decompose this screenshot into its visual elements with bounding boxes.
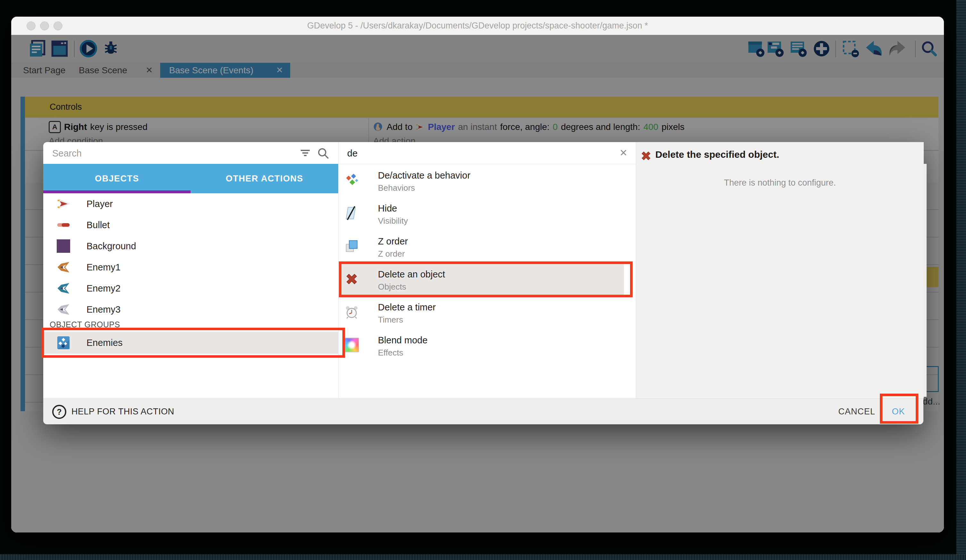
- object-name: Enemy1: [87, 262, 120, 273]
- object-name: Bullet: [87, 220, 110, 231]
- enemy2-ship-icon: [56, 281, 71, 296]
- annotation-box-enemies: [41, 327, 345, 358]
- action-chooser-dialog: OBJECTS OTHER ACTIONS Player Bullet Back…: [43, 142, 923, 424]
- player-ship-icon: [56, 196, 71, 211]
- object-name: Enemy3: [87, 304, 120, 315]
- active-tab-underline: [43, 190, 191, 193]
- desktop-wallpaper-edge: [956, 0, 966, 560]
- annotation-box-ok: [880, 394, 918, 424]
- dialog-footer: ? HELP FOR THIS ACTION CANCEL OK: [43, 398, 923, 424]
- z-order-icon: [344, 239, 359, 254]
- help-icon: ?: [52, 405, 66, 419]
- tab-objects[interactable]: OBJECTS: [43, 164, 191, 193]
- search-input[interactable]: [52, 145, 277, 161]
- action-category: Timers: [378, 315, 403, 325]
- object-row-enemy3[interactable]: Enemy3: [43, 299, 338, 320]
- action-detail-panel: Delete the specified object. There is no…: [636, 142, 924, 398]
- action-category: Visibility: [378, 216, 408, 226]
- object-name: Background: [87, 241, 136, 252]
- cancel-button[interactable]: CANCEL: [833, 399, 881, 424]
- search-icon[interactable]: [317, 147, 330, 160]
- action-row-z-order[interactable]: Z order Z order: [338, 230, 624, 263]
- titlebar: GDevelop 5 - /Users/dkarakay/Documents/G…: [11, 16, 944, 35]
- action-row-hide[interactable]: Hide Visibility: [338, 197, 624, 230]
- object-row-player[interactable]: Player: [43, 193, 338, 215]
- action-title: Hide: [378, 203, 397, 214]
- action-title: Blend mode: [378, 335, 427, 345]
- tab-other-actions[interactable]: OTHER ACTIONS: [191, 164, 338, 193]
- window-title: GDevelop 5 - /Users/dkarakay/Documents/G…: [11, 16, 944, 35]
- action-title: Delete a timer: [378, 302, 436, 313]
- object-row-background[interactable]: Background: [43, 236, 338, 257]
- action-title: De/activate a behavior: [378, 170, 470, 181]
- object-name: Enemy2: [87, 283, 120, 294]
- filter-icon[interactable]: [299, 147, 311, 159]
- action-row-deactivate-behavior[interactable]: De/activate a behavior Behaviors: [338, 164, 624, 197]
- delete-cross-icon: [640, 150, 652, 162]
- action-search-input[interactable]: [347, 145, 572, 161]
- dialog-tabbar: OBJECTS OTHER ACTIONS: [43, 164, 338, 193]
- action-category: Effects: [378, 348, 403, 358]
- bullet-icon: [56, 218, 71, 233]
- object-row-enemy2[interactable]: Enemy2: [43, 278, 338, 299]
- annotation-box-delete-object: [339, 262, 632, 297]
- desktop-wallpaper-edge: [0, 554, 966, 560]
- help-button[interactable]: HELP FOR THIS ACTION: [71, 399, 174, 424]
- visibility-icon: [344, 206, 359, 221]
- action-title: Z order: [378, 236, 408, 247]
- enemy1-ship-icon: [56, 260, 71, 275]
- blend-mode-icon: [344, 337, 359, 352]
- behavior-icon: [344, 173, 359, 188]
- action-description: Delete the specified object.: [656, 149, 779, 160]
- timer-icon: [344, 305, 359, 319]
- objects-panel: OBJECTS OTHER ACTIONS Player Bullet Back…: [43, 142, 338, 398]
- search-bar: [43, 142, 338, 164]
- object-row-bullet[interactable]: Bullet: [43, 215, 338, 236]
- empty-configuration-message: There is nothing to configure.: [636, 178, 924, 188]
- action-category: Behaviors: [378, 183, 415, 193]
- action-category: Z order: [378, 249, 405, 259]
- clear-search-icon[interactable]: ✕: [619, 142, 628, 164]
- enemy3-ship-icon: [56, 302, 71, 317]
- background-swatch-icon: [56, 239, 71, 254]
- action-row-delete-timer[interactable]: Delete a timer Timers: [338, 296, 624, 329]
- action-row-blend-mode[interactable]: Blend mode Effects: [338, 329, 624, 362]
- object-row-enemy1[interactable]: Enemy1: [43, 257, 338, 278]
- query-bar: ✕: [338, 142, 636, 164]
- object-name: Player: [87, 199, 113, 209]
